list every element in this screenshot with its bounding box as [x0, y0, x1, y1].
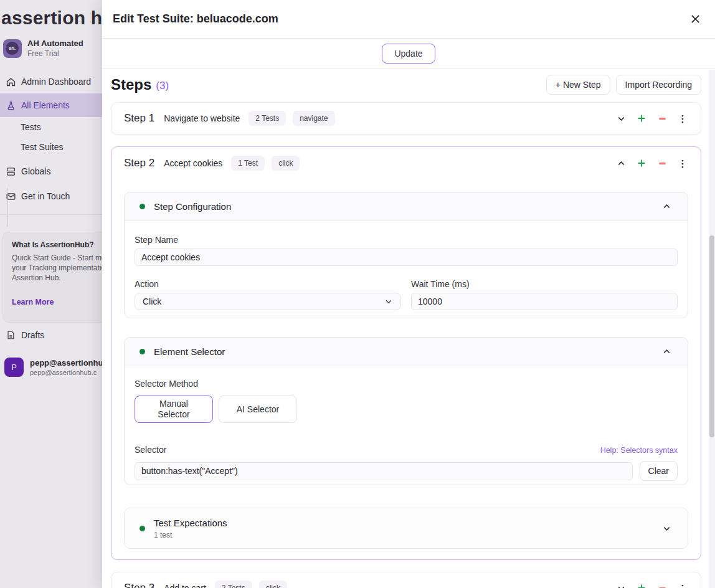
nav-sub-rail: [7, 188, 8, 227]
stack-icon: [5, 166, 16, 177]
workspace-switcher[interactable]: ah. AH Automated Free Trial: [3, 39, 83, 58]
element-selector-body: Selector Method Manual Selector AI Selec…: [125, 366, 688, 485]
step-menu-icon[interactable]: ⋮: [677, 113, 688, 124]
selector-label: Selector: [135, 445, 166, 455]
selector-input-row: Clear: [135, 461, 678, 481]
modal-title: Edit Test Suite: beluacode.com: [113, 12, 278, 26]
workspace-plan-badge: Free Trial: [27, 49, 83, 58]
step-number: Step 2: [124, 157, 154, 169]
selector-input[interactable]: [135, 462, 633, 480]
step-name-input[interactable]: [135, 249, 678, 266]
step-controls: ⋮: [615, 113, 688, 124]
step-configuration-header[interactable]: Step Configuration: [125, 192, 688, 221]
selector-method-label: Selector Method: [135, 379, 678, 389]
user-name: pepp@assertionhu: [30, 358, 103, 368]
chevron-up-icon[interactable]: [662, 202, 671, 211]
steps-count: (3): [156, 80, 169, 92]
workspace-avatar: ah.: [3, 39, 22, 58]
flask-icon: [5, 100, 16, 111]
action-type-badge: navigate: [293, 111, 334, 126]
chevron-down-icon[interactable]: [615, 113, 627, 124]
section-title: Element Selector: [154, 346, 225, 357]
step-name: Accept cookies: [164, 158, 222, 168]
remove-step-icon[interactable]: [656, 113, 668, 124]
tests-count-badge: 1 Test: [231, 156, 265, 171]
section-title: Test Expectations: [154, 518, 227, 528]
element-selector-header[interactable]: Element Selector: [125, 338, 688, 366]
step-name-label: Step Name: [135, 235, 678, 245]
import-recording-button[interactable]: Import Recording: [616, 75, 701, 95]
chevron-up-icon[interactable]: [662, 347, 671, 356]
step-1-header[interactable]: Step 1 Navigate to website 2 Tests navig…: [111, 103, 701, 134]
element-selector-section: Element Selector Selector Method Manual …: [124, 337, 688, 485]
step-name: Navigate to website: [164, 113, 240, 123]
mail-icon: [5, 191, 16, 202]
step-card-1: Step 1 Navigate to website 2 Tests navig…: [111, 102, 701, 135]
action-label: Action: [135, 279, 401, 289]
clear-selector-button[interactable]: Clear: [640, 461, 678, 481]
step-name: Add to cart: [164, 583, 206, 588]
step-configuration-section: Step Configuration Step Name Action: [124, 192, 688, 318]
sidebar-item-label: Test Suites: [21, 142, 63, 152]
step-controls: ⋮: [615, 158, 688, 169]
chevron-up-icon[interactable]: [615, 158, 627, 169]
modal-actions-row: Update: [102, 39, 715, 69]
workspace-avatar-text: ah.: [6, 42, 19, 55]
ai-selector-label: AI Selector: [237, 404, 279, 414]
step-number: Step 1: [124, 112, 154, 125]
add-step-icon[interactable]: [636, 582, 647, 588]
edit-test-suite-modal: Edit Test Suite: beluacode.com Update St…: [102, 0, 715, 588]
test-expectations-count: 1 test: [154, 531, 227, 539]
chevron-down-icon[interactable]: [662, 524, 671, 533]
remove-step-icon[interactable]: [656, 582, 668, 588]
step-menu-icon[interactable]: ⋮: [677, 582, 688, 588]
workspace-name: AH Automated: [27, 39, 83, 48]
sidebar-item-label: All Elements: [21, 100, 70, 110]
steps-title: Steps: [111, 76, 151, 93]
action-selected-value: Click: [143, 296, 161, 306]
user-menu[interactable]: P pepp@assertionhu pepp@assertionhub.c: [4, 358, 103, 377]
user-avatar: P: [4, 358, 24, 377]
ai-selector-button[interactable]: AI Selector: [219, 396, 297, 423]
status-dot: [140, 204, 145, 209]
modal-scrollbar[interactable]: [709, 70, 715, 588]
step-2-body: Step Configuration Step Name Action: [111, 179, 701, 559]
modal-content: Steps (3) + New Step Import Recording St…: [102, 69, 715, 588]
update-button[interactable]: Update: [382, 44, 435, 64]
selector-label-row: Selector Help: Selectors syntax: [135, 445, 678, 455]
selectors-syntax-help-link[interactable]: Help: Selectors syntax: [600, 446, 678, 455]
manual-selector-button[interactable]: Manual Selector: [135, 396, 213, 423]
new-step-button[interactable]: + New Step: [546, 75, 610, 95]
add-step-icon[interactable]: [636, 113, 647, 124]
sidebar-item-label: Drafts: [21, 330, 44, 340]
add-step-icon[interactable]: [636, 158, 647, 169]
scrollbar-thumb[interactable]: [709, 235, 714, 437]
close-icon[interactable]: [688, 12, 703, 27]
chevron-down-icon[interactable]: [615, 582, 627, 588]
step-configuration-body: Step Name Action Click: [125, 221, 688, 318]
sidebar-item-drafts[interactable]: Drafts: [5, 330, 44, 341]
test-expectations-section: Test Expectations 1 test: [124, 508, 688, 549]
wait-time-input[interactable]: [411, 293, 678, 310]
remove-step-icon[interactable]: [656, 158, 668, 169]
steps-header: Steps (3) + New Step Import Recording: [111, 75, 701, 94]
document-icon: [5, 330, 16, 341]
step-2-header[interactable]: Step 2 Accept cookies 1 Test click ⋮: [111, 147, 701, 179]
action-select[interactable]: Click: [135, 293, 401, 310]
user-email: pepp@assertionhub.c: [30, 369, 103, 376]
home-icon: [5, 76, 16, 87]
step-3-header[interactable]: Step 3 Add to cart 2 Tests click ⋮: [111, 572, 701, 588]
wait-time-label: Wait Time (ms): [411, 279, 678, 289]
sidebar-item-label: Admin Dashboard: [21, 77, 91, 87]
status-dot: [140, 349, 145, 354]
step-card-2: Step 2 Accept cookies 1 Test click ⋮: [111, 146, 701, 560]
status-dot: [140, 526, 145, 531]
test-expectations-header[interactable]: Test Expectations 1 test: [125, 508, 688, 548]
step-menu-icon[interactable]: ⋮: [677, 158, 688, 169]
sidebar-item-label: Globals: [21, 166, 50, 176]
sidebar-item-label: Tests: [21, 122, 41, 132]
tests-count-badge: 2 Tests: [249, 111, 286, 126]
selector-method-toggle: Manual Selector AI Selector: [135, 396, 678, 423]
step-card-3: Step 3 Add to cart 2 Tests click ⋮: [111, 572, 701, 588]
chevron-down-icon: [384, 297, 393, 306]
